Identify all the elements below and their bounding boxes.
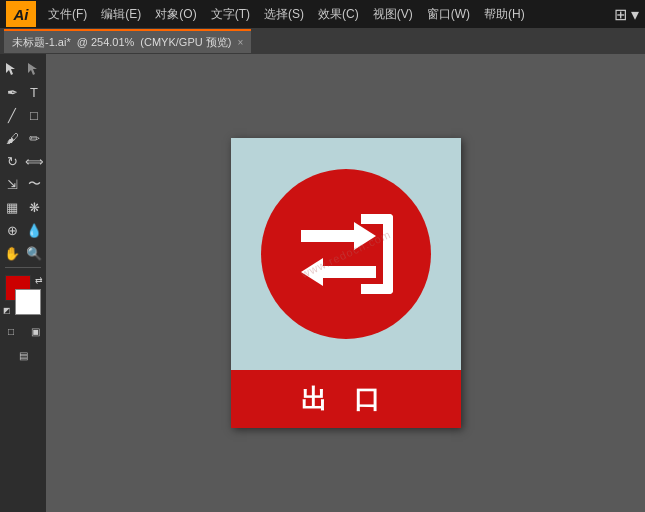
paintbrush-tool[interactable]: 🖌 [1,127,23,149]
artboard-bottom: 出 口 [231,370,461,428]
symbol-tool[interactable]: ❋ [23,196,45,218]
canvas-area: www.redocn.com 出 口 [46,54,645,512]
tab-bar: 未标题-1.ai* @ 254.01% (CMYK/GPU 预览) × [0,28,645,54]
main-area: ✒ T ╱ □ 🖌 ✏ ↻ ⟺ ⇲ 〜 ▦ ❋ ⊕ 💧 ✋ 🔍 [0,54,645,512]
tool-group-blend: ⊕ 💧 [0,219,46,241]
tool-group-select [0,58,46,80]
warp-tool[interactable]: 〜 [23,173,45,195]
menu-object[interactable]: 对象(O) [149,4,202,25]
tool-group-nav: ✋ 🔍 [0,242,46,264]
pen-tool[interactable]: ✒ [1,81,23,103]
workspace-grid-icon[interactable]: ⊞ ▾ [614,5,639,24]
menu-bar: 文件(F) 编辑(E) 对象(O) 文字(T) 选择(S) 效果(C) 视图(V… [42,4,639,25]
tool-group-rotate: ↻ ⟺ [0,150,46,172]
select-tool[interactable] [1,58,23,80]
draw-behind-icon[interactable]: ▣ [24,320,46,342]
menu-help[interactable]: 帮助(H) [478,4,531,25]
screen-mode-row: ▤ [12,344,34,366]
reflect-tool[interactable]: ⟺ [23,150,45,172]
menu-text[interactable]: 文字(T) [205,4,256,25]
blend-tool[interactable]: ⊕ [1,219,23,241]
svg-marker-0 [6,63,15,75]
tool-group-paint: 🖌 ✏ [0,127,46,149]
tab-zoom: @ 254.01% [77,36,135,48]
arrow-right-shaft [301,230,356,242]
toolbar-divider [5,267,41,268]
direct-select-tool[interactable] [23,58,45,80]
rect-tool[interactable]: □ [23,104,45,126]
type-tool[interactable]: T [23,81,45,103]
menu-effect[interactable]: 效果(C) [312,4,365,25]
arrow-left-head [301,258,323,286]
red-circle [261,169,431,339]
tool-group-shape: ╱ □ [0,104,46,126]
toolbar: ✒ T ╱ □ 🖌 ✏ ↻ ⟺ ⇲ 〜 ▦ ❋ ⊕ 💧 ✋ 🔍 [0,54,46,512]
zoom-tool[interactable]: 🔍 [23,242,45,264]
exit-label: 出 口 [301,382,390,417]
tab-mode: (CMYK/GPU 预览) [140,35,231,50]
tool-group-scale: ⇲ 〜 [0,173,46,195]
exit-symbol [291,204,401,304]
artboard-top: www.redocn.com [231,138,461,370]
menu-select[interactable]: 选择(S) [258,4,310,25]
door-bracket-icon [361,214,393,294]
tab-close-button[interactable]: × [237,37,243,48]
pencil-tool[interactable]: ✏ [23,127,45,149]
background-color-swatch[interactable] [15,289,41,315]
line-tool[interactable]: ╱ [1,104,23,126]
artboard: www.redocn.com 出 口 [231,138,461,428]
tool-group-pen: ✒ T [0,81,46,103]
eyedropper-tool[interactable]: 💧 [23,219,45,241]
draw-normal-icon[interactable]: □ [0,320,22,342]
bottom-mode-icons: □ ▣ ▤ [0,320,46,366]
reset-colors-icon[interactable]: ◩ [3,306,11,315]
svg-marker-1 [28,63,37,75]
menu-view[interactable]: 视图(V) [367,4,419,25]
menu-edit[interactable]: 编辑(E) [95,4,147,25]
menu-window[interactable]: 窗口(W) [421,4,476,25]
hand-tool[interactable]: ✋ [1,242,23,264]
rotate-tool[interactable]: ↻ [1,150,23,172]
color-swatch-area: ⇄ ◩ [3,275,43,315]
document-tab[interactable]: 未标题-1.ai* @ 254.01% (CMYK/GPU 预览) × [4,29,251,53]
app-logo: Ai [6,1,36,27]
tool-group-graph: ▦ ❋ [0,196,46,218]
change-screen-mode-icon[interactable]: ▤ [12,344,34,366]
tab-title: 未标题-1.ai* [12,35,71,50]
draw-mode-row: □ ▣ [0,320,46,342]
menu-file[interactable]: 文件(F) [42,4,93,25]
graph-tool[interactable]: ▦ [1,196,23,218]
swap-colors-icon[interactable]: ⇄ [35,275,43,285]
title-bar: Ai 文件(F) 编辑(E) 对象(O) 文字(T) 选择(S) 效果(C) 视… [0,0,645,28]
scale-tool[interactable]: ⇲ [1,173,23,195]
